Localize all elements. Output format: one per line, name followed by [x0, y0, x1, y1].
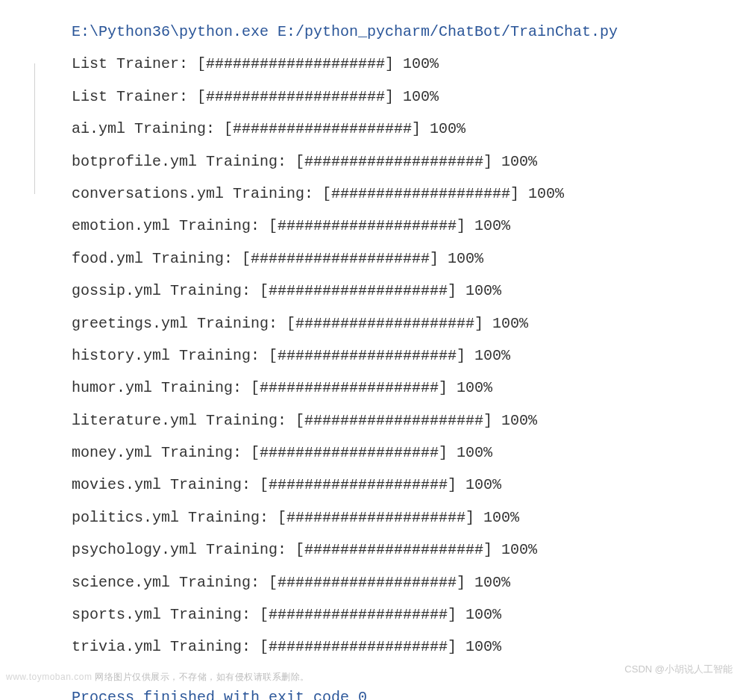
- output-line: emotion.yml Training: [#################…: [72, 215, 746, 237]
- output-line: gossip.yml Training: [##################…: [72, 280, 746, 301]
- console-output: E:\Python36\python.exe E:/python_pycharm…: [0, 0, 746, 700]
- watermark-cn: 网络图片仅供展示，不存储，如有侵权请联系删除。: [92, 672, 309, 682]
- gutter-divider: [34, 63, 35, 194]
- output-line: List Trainer: [####################] 100…: [72, 86, 746, 107]
- output-line: conversations.yml Training: [###########…: [72, 183, 746, 204]
- output-line: politics.yml Training: [################…: [72, 507, 746, 528]
- output-line: psychology.yml Training: [##############…: [72, 539, 746, 560]
- output-line: greetings.yml Training: [###############…: [72, 313, 746, 334]
- output-line: food.yml Training: [####################…: [72, 248, 746, 269]
- output-line: botprofile.yml Training: [##############…: [72, 151, 746, 172]
- command-line: E:\Python36\python.exe E:/python_pycharm…: [72, 21, 746, 43]
- output-line: science.yml Training: [#################…: [72, 572, 746, 593]
- output-line: sports.yml Training: [##################…: [72, 604, 746, 625]
- output-line: List Trainer: [####################] 100…: [72, 53, 746, 75]
- output-lines-container: List Trainer: [####################] 100…: [72, 53, 746, 657]
- output-line: history.yml Training: [#################…: [72, 345, 746, 366]
- watermark-left: www.toymoban.com 网络图片仅供展示，不存储，如有侵权请联系删除。: [6, 671, 310, 684]
- exit-code-line: Process finished with exit code 0: [72, 687, 746, 700]
- watermark-right: CSDN @小胡说人工智能: [624, 663, 733, 676]
- output-line: ai.yml Training: [####################] …: [72, 118, 746, 140]
- output-line: literature.yml Training: [##############…: [72, 410, 746, 431]
- output-line: trivia.yml Training: [##################…: [72, 636, 746, 657]
- watermark-domain: www.toymoban.com: [6, 672, 92, 682]
- output-line: humor.yml Training: [###################…: [72, 377, 746, 399]
- output-line: money.yml Training: [###################…: [72, 442, 746, 463]
- output-line: movies.yml Training: [##################…: [72, 474, 746, 496]
